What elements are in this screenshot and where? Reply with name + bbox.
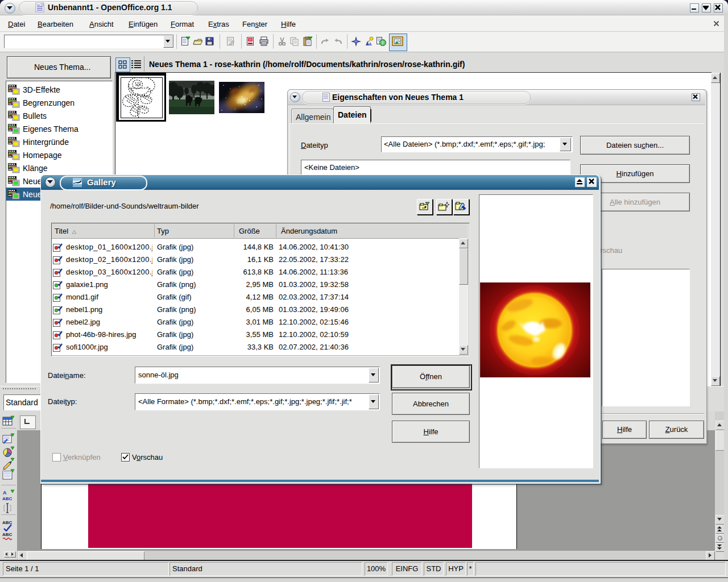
svg-text:A: A <box>3 490 7 496</box>
svg-text:ABC: ABC <box>2 532 13 537</box>
svg-text:ABC: ABC <box>2 496 13 501</box>
